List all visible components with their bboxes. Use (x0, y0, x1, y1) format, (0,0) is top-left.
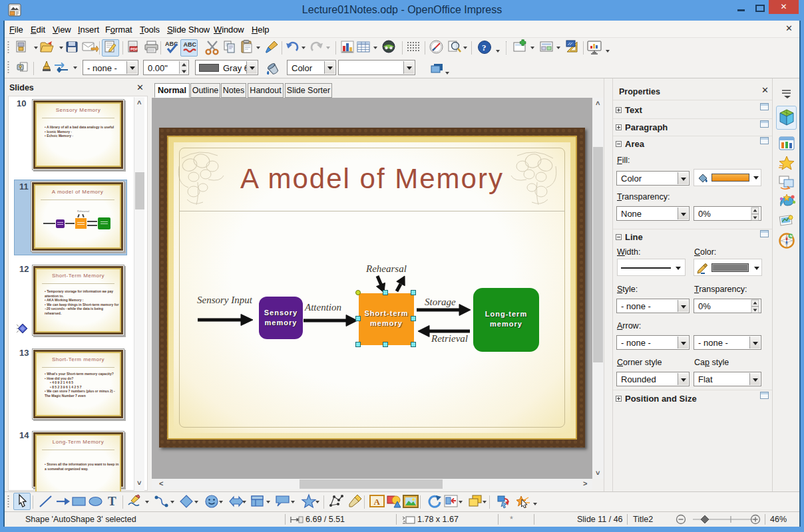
svg-text:?: ? (482, 43, 487, 53)
svg-text:PDF: PDF (130, 47, 138, 51)
svg-text:N: N (789, 234, 792, 238)
svg-text:A: A (374, 497, 381, 507)
svg-text:ABC: ABC (184, 41, 197, 48)
svg-text:T: T (108, 494, 116, 508)
